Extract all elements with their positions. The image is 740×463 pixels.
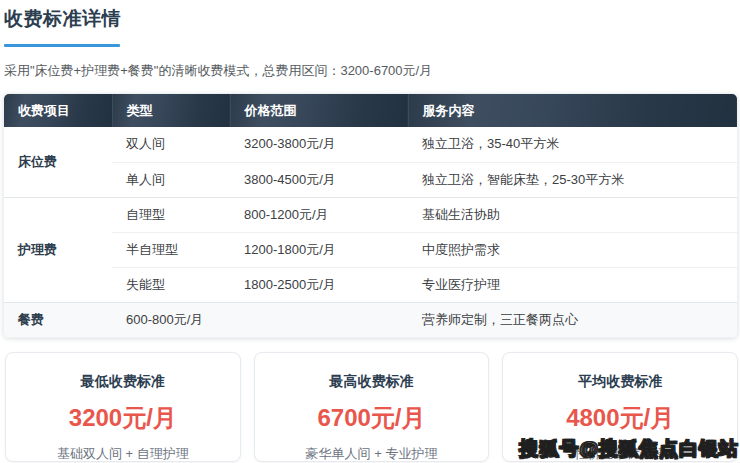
cell-price: 3200-3800元/月 (230, 127, 408, 162)
fee-standard-section: 收费标准详情 采用"床位费+护理费+餐费"的清晰收费模式，总费用区间：3200-… (0, 0, 740, 462)
title-accent-underline (4, 44, 120, 47)
sohu-watermark: 搜狐号@搜狐焦点白银站 (519, 436, 739, 462)
page-title: 收费标准详情 (3, 6, 738, 32)
table-row: 床位费 双人间 3200-3800元/月 独立卫浴，35-40平方米 (4, 127, 737, 162)
fee-item-care-fee: 护理费 (4, 197, 112, 302)
col-header-price-range: 价格范围 (230, 94, 408, 127)
max-fee-card: 最高收费标准 6700元/月 豪华单人间 + 专业护理 (254, 352, 490, 462)
cell-price: 800-1200元/月 (230, 197, 408, 232)
cell-service: 专业医疗护理 (408, 267, 737, 302)
fee-table: 收费项目 类型 价格范围 服务内容 床位费 双人间 3200-3800元/月 独… (4, 94, 737, 337)
card-price: 4800元/月 (503, 402, 737, 434)
cell-price: 1200-1800元/月 (230, 232, 408, 267)
card-price: 3200元/月 (6, 402, 240, 434)
card-caption: 基础双人间 + 自理护理 (6, 445, 240, 463)
card-price: 6700元/月 (255, 402, 489, 434)
col-header-fee-item: 收费项目 (4, 94, 112, 127)
cell-price (230, 302, 408, 337)
cell-type: 自理型 (112, 197, 230, 232)
fee-table-container: 收费项目 类型 价格范围 服务内容 床位费 双人间 3200-3800元/月 独… (3, 93, 738, 338)
fee-mode-subtitle: 采用"床位费+护理费+餐费"的清晰收费模式，总费用区间：3200-6700元/月 (4, 62, 738, 80)
col-header-service: 服务内容 (408, 94, 737, 127)
cell-type: 600-800元/月 (112, 302, 230, 337)
card-title: 最高收费标准 (255, 373, 489, 391)
fee-table-header-row: 收费项目 类型 价格范围 服务内容 (4, 94, 737, 127)
table-row: 单人间 3800-4500元/月 独立卫浴，智能床垫，25-30平方米 (4, 162, 737, 197)
cell-service: 中度照护需求 (408, 232, 737, 267)
cell-service: 独立卫浴，35-40平方米 (408, 127, 737, 162)
table-row: 半自理型 1200-1800元/月 中度照护需求 (4, 232, 737, 267)
table-row: 餐费 600-800元/月 营养师定制，三正餐两点心 (4, 302, 737, 337)
cell-price: 3800-4500元/月 (230, 162, 408, 197)
cell-type: 失能型 (112, 267, 230, 302)
cell-type: 单人间 (112, 162, 230, 197)
cell-price: 1800-2500元/月 (230, 267, 408, 302)
card-title: 平均收费标准 (503, 373, 737, 391)
table-row: 护理费 自理型 800-1200元/月 基础生活协助 (4, 197, 737, 232)
table-row: 失能型 1800-2500元/月 专业医疗护理 (4, 267, 737, 302)
cell-service: 基础生活协助 (408, 197, 737, 232)
min-fee-card: 最低收费标准 3200元/月 基础双人间 + 自理护理 (5, 352, 241, 462)
fee-item-bed-fee: 床位费 (4, 127, 112, 197)
card-caption: 豪华单人间 + 专业护理 (255, 445, 489, 463)
col-header-type: 类型 (112, 94, 230, 127)
cell-service: 独立卫浴，智能床垫，25-30平方米 (408, 162, 737, 197)
cell-type: 双人间 (112, 127, 230, 162)
fee-item-meal-fee: 餐费 (4, 302, 112, 337)
cell-service: 营养师定制，三正餐两点心 (408, 302, 737, 337)
card-title: 最低收费标准 (6, 373, 240, 391)
cell-type: 半自理型 (112, 232, 230, 267)
